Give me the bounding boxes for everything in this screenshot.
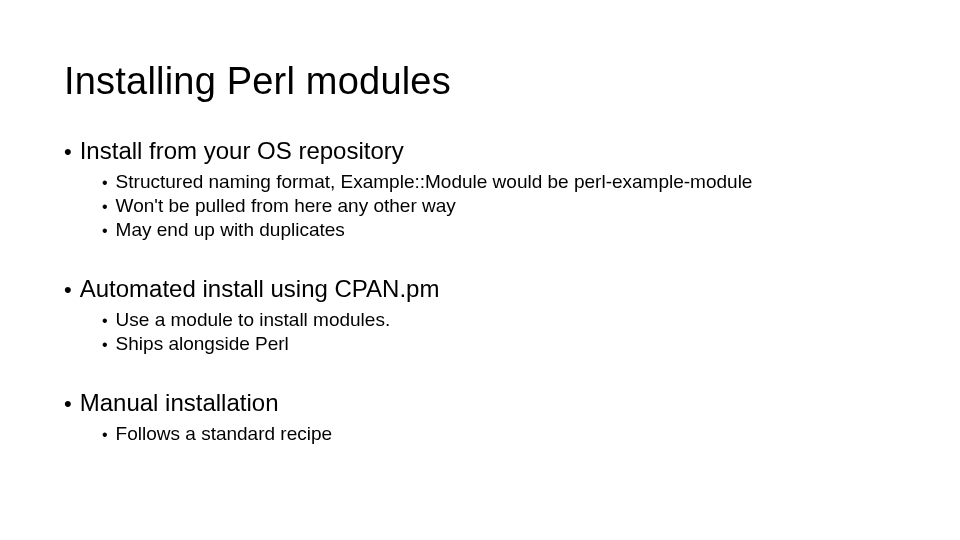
bullet-row: • Install from your OS repository bbox=[64, 137, 896, 165]
list-item: • May end up with duplicates bbox=[102, 219, 896, 241]
sub-bullet-text: Use a module to install modules. bbox=[116, 309, 391, 331]
sub-bullet-text: Follows a standard recipe bbox=[116, 423, 333, 445]
sub-bullet-text: May end up with duplicates bbox=[116, 219, 345, 241]
list-item: • Won't be pulled from here any other wa… bbox=[102, 195, 896, 217]
sub-bullet-text: Won't be pulled from here any other way bbox=[116, 195, 456, 217]
bullet-icon: • bbox=[102, 223, 108, 239]
bullet-icon: • bbox=[64, 393, 72, 415]
bullet-row: • Automated install using CPAN.pm bbox=[64, 275, 896, 303]
slide-title: Installing Perl modules bbox=[64, 60, 896, 103]
bullet-text: Automated install using CPAN.pm bbox=[80, 275, 440, 303]
list-item: • Automated install using CPAN.pm • Use … bbox=[64, 275, 896, 355]
bullet-text: Install from your OS repository bbox=[80, 137, 404, 165]
bullet-text: Manual installation bbox=[80, 389, 279, 417]
sub-list: • Follows a standard recipe bbox=[102, 423, 896, 445]
bullet-row: • Manual installation bbox=[64, 389, 896, 417]
list-item: • Manual installation • Follows a standa… bbox=[64, 389, 896, 445]
sub-list: • Structured naming format, Example::Mod… bbox=[102, 171, 896, 241]
bullet-icon: • bbox=[102, 199, 108, 215]
bullet-icon: • bbox=[102, 337, 108, 353]
bullet-icon: • bbox=[102, 175, 108, 191]
list-item: • Use a module to install modules. bbox=[102, 309, 896, 331]
bullet-icon: • bbox=[102, 313, 108, 329]
list-item: • Ships alongside Perl bbox=[102, 333, 896, 355]
list-item: • Follows a standard recipe bbox=[102, 423, 896, 445]
sub-list: • Use a module to install modules. • Shi… bbox=[102, 309, 896, 355]
slide: Installing Perl modules • Install from y… bbox=[0, 0, 960, 540]
bullet-icon: • bbox=[64, 141, 72, 163]
sub-bullet-text: Ships alongside Perl bbox=[116, 333, 289, 355]
bullet-icon: • bbox=[64, 279, 72, 301]
bullet-list: • Install from your OS repository • Stru… bbox=[64, 137, 896, 445]
sub-bullet-text: Structured naming format, Example::Modul… bbox=[116, 171, 753, 193]
list-item: • Install from your OS repository • Stru… bbox=[64, 137, 896, 241]
bullet-icon: • bbox=[102, 427, 108, 443]
list-item: • Structured naming format, Example::Mod… bbox=[102, 171, 896, 193]
